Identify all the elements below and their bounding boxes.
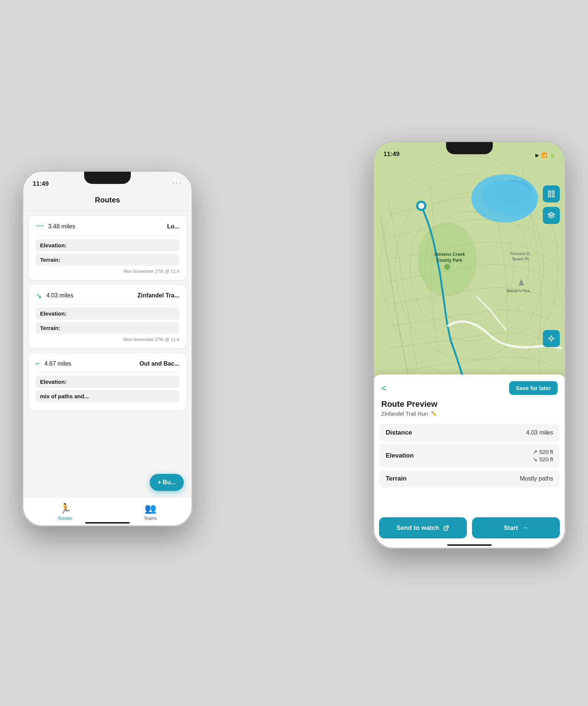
tab-teams[interactable]: 👥 Teams xyxy=(144,503,157,521)
bottom-sheet: < Save for later Route Preview Zinfandel… xyxy=(373,375,566,549)
route-card-1[interactable]: 〰 3.48 miles Lo... Elevation: Terrain: M… xyxy=(29,216,186,280)
distance-label: Distance xyxy=(386,429,412,436)
route-terrain-3: mix of paths and... xyxy=(36,390,179,402)
distance-value: 4.03 miles xyxy=(526,429,553,436)
phone-left: 11:49 ··· Routes 〰 3.48 miles Lo... Elev… xyxy=(22,171,193,527)
elevation-values: ↗ 520 ft ↘ 520 ft xyxy=(533,449,553,463)
routes-tab-label: Routes xyxy=(58,516,72,521)
routes-header: Routes xyxy=(22,190,193,211)
save-for-later-button[interactable]: Save for later xyxy=(509,381,558,395)
route-card-3[interactable]: ⌐ 4.67 miles Out and Bac... Elevation: m… xyxy=(29,353,186,410)
route-card-3-header: ⌐ 4.67 miles Out and Bac... xyxy=(36,359,179,368)
route-miles-2: 4.03 miles xyxy=(46,292,73,299)
start-button[interactable]: Start → xyxy=(472,517,560,538)
map-expand-button[interactable] xyxy=(543,185,560,202)
route-name-1: Lo... xyxy=(167,223,179,230)
terrain-row: Terrain Mostly paths xyxy=(379,470,560,488)
route-timestamp-1: Mon November 27th @ 11:4 xyxy=(36,269,179,274)
route-name-label: Zinfandel Trail Run xyxy=(381,410,428,417)
route-miles-1: 3.48 miles xyxy=(48,223,75,230)
status-time-left: 11:49 xyxy=(33,180,49,188)
distance-row: Distance 4.03 miles xyxy=(379,424,560,442)
svg-point-21 xyxy=(550,337,553,340)
svg-text:County Park: County Park xyxy=(436,258,462,263)
fab-build-button[interactable]: + Bu... xyxy=(150,474,184,491)
sheet-title: Route Preview xyxy=(373,395,566,410)
location-icon: ▶ xyxy=(535,152,539,158)
svg-text:Fremont O...: Fremont O... xyxy=(510,251,533,256)
edit-icon[interactable]: ✏️ xyxy=(431,411,437,416)
route-divider-2a xyxy=(36,304,179,305)
svg-point-10 xyxy=(444,264,450,270)
svg-rect-18 xyxy=(552,191,554,193)
home-indicator-left xyxy=(85,522,130,524)
elevation-down: ↘ 520 ft xyxy=(533,456,553,463)
start-label: Start xyxy=(504,524,518,532)
elevation-row: Elevation ↗ 520 ft ↘ 520 ft xyxy=(379,443,560,468)
svg-text:Stevens Creek: Stevens Creek xyxy=(434,252,465,257)
route-name-3: Out and Bac... xyxy=(139,360,179,367)
map-layers-button[interactable] xyxy=(543,207,560,224)
elevation-label: Elevation xyxy=(386,452,414,459)
action-bar: Send to watch Start → xyxy=(379,517,560,538)
route-terrain-2: Terrain: xyxy=(36,322,179,334)
home-indicator-right xyxy=(447,544,492,546)
route-terrain-1: Terrain: xyxy=(36,254,179,266)
routes-list[interactable]: 〰 3.48 miles Lo... Elevation: Terrain: M… xyxy=(22,211,193,497)
route-card-1-header: 〰 3.48 miles Lo... xyxy=(36,222,179,231)
routes-title: Routes xyxy=(95,196,120,204)
terrain-label: Terrain xyxy=(386,475,406,482)
phone-right: Stevens Creek County Park Fremont O... S… xyxy=(373,141,566,549)
route-divider-1a xyxy=(36,236,179,236)
svg-rect-20 xyxy=(552,195,554,197)
status-icons-right: ▶ 📶 🔋 xyxy=(535,152,555,158)
svg-rect-19 xyxy=(548,195,551,197)
svg-rect-17 xyxy=(548,191,551,193)
status-time-right: 11:49 xyxy=(383,151,399,158)
route-icon-1: 〰 xyxy=(36,222,44,231)
route-divider-3a xyxy=(36,372,179,373)
route-elevation-1: Elevation: xyxy=(36,239,179,251)
svg-text:Maisie's Pea...: Maisie's Pea... xyxy=(506,288,533,293)
route-icon-2: ↘ xyxy=(36,291,42,300)
notch-left xyxy=(84,171,131,184)
route-miles-3: 4.67 miles xyxy=(44,360,72,367)
routes-tab-icon: 🏃 xyxy=(59,503,71,514)
map-location-button[interactable] xyxy=(543,330,560,347)
arrow-right-icon: → xyxy=(522,524,528,532)
route-card-2[interactable]: ↘ 4.03 miles Zinfandel Tra... Elevation:… xyxy=(29,285,186,349)
route-elevation-2: Elevation: xyxy=(36,307,179,320)
battery-icon: 🔋 xyxy=(549,152,555,158)
map-area: Stevens Creek County Park Fremont O... S… xyxy=(373,141,566,393)
teams-tab-label: Teams xyxy=(144,516,157,521)
scene: 11:49 ··· Routes 〰 3.48 miles Lo... Elev… xyxy=(0,0,588,706)
send-to-watch-button[interactable]: Send to watch xyxy=(379,517,467,538)
teams-tab-icon: 👥 xyxy=(144,503,156,514)
sheet-subtitle: Zinfandel Trail Run ✏️ xyxy=(373,410,566,422)
svg-text:Space Pr...: Space Pr... xyxy=(512,257,532,261)
terrain-value: Mostly paths xyxy=(520,475,553,482)
route-timestamp-2: Mon November 27th @ 11:4 xyxy=(36,337,179,342)
back-button[interactable]: < xyxy=(381,383,386,393)
wifi-icon: 📶 xyxy=(541,152,547,158)
route-elevation-3: Elevation: xyxy=(36,376,179,388)
notch-right xyxy=(446,141,493,154)
svg-point-9 xyxy=(418,203,424,209)
route-card-2-header: ↘ 4.03 miles Zinfandel Tra... xyxy=(36,291,179,300)
tab-routes[interactable]: 🏃 Routes xyxy=(58,503,72,521)
route-icon-3: ⌐ xyxy=(36,359,40,368)
status-more-left: ··· xyxy=(172,178,182,188)
sheet-top-bar: < Save for later xyxy=(373,375,566,395)
send-label: Send to watch xyxy=(396,524,439,532)
elevation-up: ↗ 520 ft xyxy=(533,449,553,455)
route-name-2: Zinfandel Tra... xyxy=(137,292,179,299)
